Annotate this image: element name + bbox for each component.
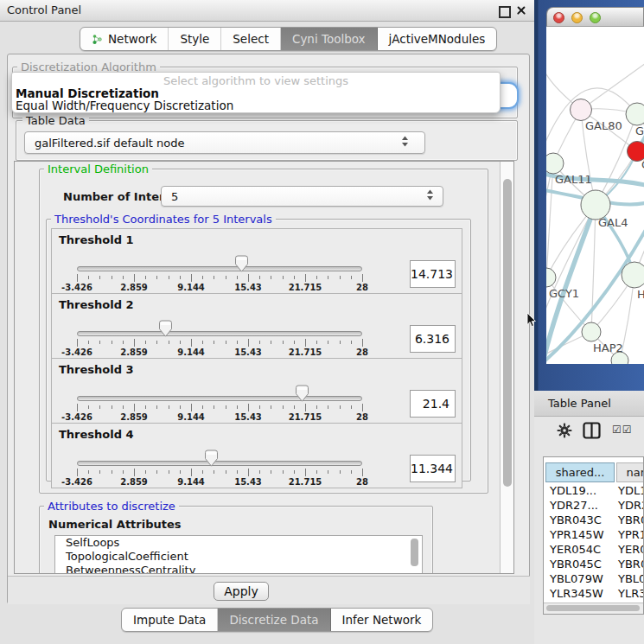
slider-tick	[134, 404, 135, 411]
cell-shared-name[interactable]: YER054C	[550, 542, 601, 557]
minimize-traffic-light-icon[interactable]	[571, 12, 583, 23]
list-scrollbar-thumb[interactable]	[411, 539, 418, 566]
control-panel-titlebar: Control Panel	[0, 0, 534, 22]
slider-tick	[283, 470, 284, 474]
cell-name[interactable]: YLR3	[618, 586, 644, 601]
cell-shared-name[interactable]: YBR045C	[550, 557, 602, 571]
slider-tick	[191, 469, 192, 476]
cell-name[interactable]: YBL0	[618, 571, 644, 586]
network-window-titlebar[interactable]	[546, 7, 644, 27]
network-node-gal11[interactable]	[546, 153, 564, 174]
network-node-hap2[interactable]	[582, 322, 601, 341]
zoom-traffic-light-icon[interactable]	[590, 12, 601, 23]
cell-name[interactable]: YDL1	[618, 483, 644, 498]
table-data-combobox[interactable]: galFiltered.sif default node	[24, 131, 425, 154]
column-header-shared-name[interactable]: shared...	[545, 462, 615, 482]
attribute-item-betweennesscentrality[interactable]: BetweennessCentrality	[55, 564, 422, 574]
network-node-node-top-right[interactable]	[626, 103, 644, 125]
tab-network[interactable]: Network	[80, 28, 169, 50]
table-row[interactable]: YPR145WYPR1	[544, 527, 644, 542]
tab-select[interactable]: Select	[221, 28, 281, 50]
threshold-label: Threshold 4	[59, 428, 134, 441]
threshold-value-field[interactable]: 11.344	[410, 455, 456, 482]
slider-tick-label: -3.426	[58, 477, 96, 487]
settings-scrollbar-thumb[interactable]	[503, 179, 512, 487]
threshold-value-field[interactable]: 21.4	[410, 390, 456, 418]
column-header-name[interactable]: name	[616, 462, 644, 482]
cell-name[interactable]: YDR2	[618, 498, 644, 513]
settings-scrollbar-track[interactable]	[500, 162, 514, 573]
table-row[interactable]: YDR27...YDR2	[544, 498, 644, 513]
slider-track[interactable]	[77, 396, 362, 401]
threshold-value-field[interactable]: 6.316	[410, 325, 456, 353]
slider-track[interactable]	[77, 266, 362, 271]
slider-thumb[interactable]	[295, 385, 309, 403]
slider-tick-label: 28	[343, 348, 381, 357]
close-traffic-light-icon[interactable]	[553, 12, 564, 23]
cell-name[interactable]: YBR0	[618, 557, 644, 571]
tab-jactivemnodules[interactable]: jActiveMNodules	[378, 28, 497, 50]
table-hscrollbar-thumb[interactable]	[546, 605, 640, 611]
table-data-group-title: Table Data	[22, 114, 89, 127]
cell-shared-name[interactable]: YDR27...	[550, 498, 598, 513]
tab-infer-network[interactable]: Infer Network	[331, 609, 433, 631]
slider-tick-label: 28	[343, 477, 381, 487]
algorithm-option-equal-width-frequency-discretization[interactable]: Equal Width/Frequency Discretization	[16, 99, 496, 111]
cell-shared-name[interactable]: YBL079W	[550, 571, 603, 586]
slider-tick	[340, 470, 341, 474]
select-columns-checkboxes-icon[interactable]: ☑☑	[612, 424, 633, 436]
float-window-icon[interactable]	[499, 6, 511, 18]
cell-name[interactable]: YPR1	[618, 527, 644, 542]
slider-thumb[interactable]	[158, 320, 173, 338]
network-node-gcy1[interactable]	[546, 268, 556, 287]
slider-tick	[145, 341, 146, 344]
cell-shared-name[interactable]: YDL19...	[550, 483, 596, 498]
table-row[interactable]: YBR045CYBR0	[544, 557, 644, 571]
tab-style[interactable]: Style	[169, 28, 221, 50]
network-node-gal80[interactable]	[571, 99, 592, 121]
number-of-intervals-combobox[interactable]: 5	[161, 186, 443, 207]
table-row[interactable]: YDL19...YDL1	[544, 483, 644, 498]
table-row[interactable]: YER054CYER0	[544, 542, 644, 557]
slider-tick	[294, 405, 295, 409]
algorithm-option-manual-discretization[interactable]: Manual Discretization	[16, 86, 496, 99]
tab-cyni-toolbox[interactable]: Cyni Toolbox	[281, 28, 378, 50]
gear-icon[interactable]	[557, 423, 572, 441]
table-data-selected-value: galFiltered.sif default node	[35, 137, 185, 150]
slider-tick	[156, 470, 157, 474]
slider-thumb[interactable]	[204, 450, 219, 468]
numerical-attributes-list[interactable]: SelfLoopsTopologicalCoefficientBetweenne…	[54, 535, 423, 574]
slider-tick	[169, 470, 169, 474]
table-row[interactable]: YLR345WYLR3	[544, 586, 644, 601]
network-edge[interactable]	[581, 61, 644, 110]
network-node-node-h[interactable]	[622, 262, 644, 288]
network-node-gal4[interactable]	[581, 190, 610, 220]
stepper-arrows-icon	[426, 189, 434, 204]
cell-shared-name[interactable]: YBR043C	[550, 513, 602, 527]
slider-tick	[237, 276, 238, 279]
column-panes-icon[interactable]	[583, 422, 601, 442]
slider-tick-label: -3.426	[58, 283, 96, 292]
slider-tick	[134, 469, 135, 476]
cell-name[interactable]: YBR0	[618, 513, 644, 527]
attribute-item-selfloops[interactable]: SelfLoops	[55, 536, 422, 550]
table-hscrollbar[interactable]	[544, 603, 643, 614]
slider-tick	[169, 405, 169, 409]
cell-shared-name[interactable]: YPR145W	[550, 527, 603, 542]
slider-thumb[interactable]	[234, 255, 249, 273]
close-icon[interactable]	[516, 5, 526, 16]
attribute-item-topologicalcoefficient[interactable]: TopologicalCoefficient	[55, 550, 422, 564]
network-canvas[interactable]: GAL80GCGAL11GAL4GCY1HHAP2	[546, 27, 644, 364]
table-row[interactable]: YBL079WYBL0	[544, 571, 644, 586]
tab-impute-data[interactable]: Impute Data	[122, 609, 218, 631]
slider-track[interactable]	[77, 461, 362, 466]
tab-discretize-data[interactable]: Discretize Data	[218, 609, 330, 631]
cell-shared-name[interactable]: YLR345W	[550, 586, 603, 601]
table-row[interactable]: YBR043CYBR0	[544, 513, 644, 527]
slider-tick-label: 2.859	[115, 348, 153, 357]
apply-button[interactable]: Apply	[214, 582, 269, 601]
threshold-value-field[interactable]: 14.713	[410, 260, 456, 288]
slider-track[interactable]	[77, 331, 362, 336]
slider-tick	[191, 274, 192, 282]
cell-name[interactable]: YER0	[618, 542, 644, 557]
